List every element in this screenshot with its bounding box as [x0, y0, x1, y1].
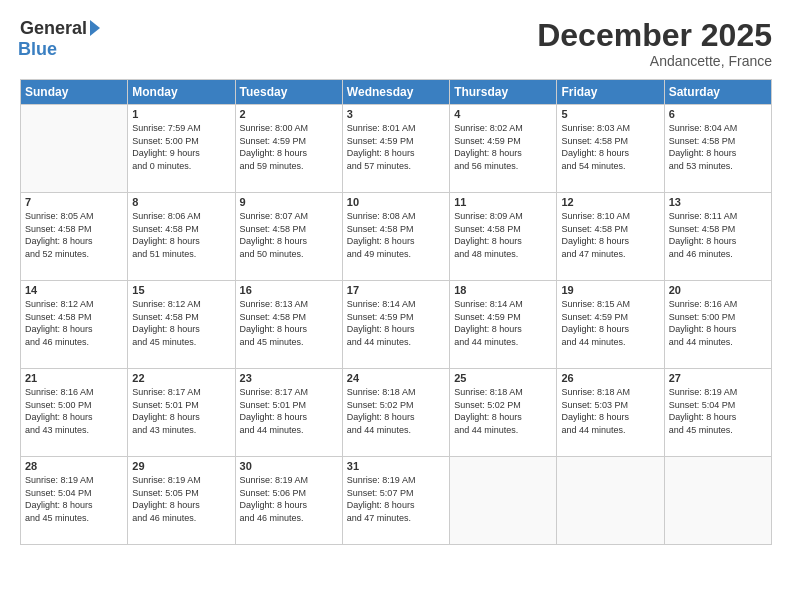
calendar-cell: 7Sunrise: 8:05 AMSunset: 4:58 PMDaylight… [21, 193, 128, 281]
day-info: Sunrise: 8:12 AMSunset: 4:58 PMDaylight:… [25, 298, 123, 348]
header-monday: Monday [128, 80, 235, 105]
calendar-cell: 19Sunrise: 8:15 AMSunset: 4:59 PMDayligh… [557, 281, 664, 369]
day-number: 20 [669, 284, 767, 296]
calendar-cell: 15Sunrise: 8:12 AMSunset: 4:58 PMDayligh… [128, 281, 235, 369]
calendar-cell: 30Sunrise: 8:19 AMSunset: 5:06 PMDayligh… [235, 457, 342, 545]
day-number: 29 [132, 460, 230, 472]
day-number: 24 [347, 372, 445, 384]
day-number: 30 [240, 460, 338, 472]
day-info: Sunrise: 8:17 AMSunset: 5:01 PMDaylight:… [132, 386, 230, 436]
calendar-week-row: 1Sunrise: 7:59 AMSunset: 5:00 PMDaylight… [21, 105, 772, 193]
calendar-table: Sunday Monday Tuesday Wednesday Thursday… [20, 79, 772, 545]
day-number: 15 [132, 284, 230, 296]
calendar-cell: 6Sunrise: 8:04 AMSunset: 4:58 PMDaylight… [664, 105, 771, 193]
calendar-cell: 23Sunrise: 8:17 AMSunset: 5:01 PMDayligh… [235, 369, 342, 457]
logo-general-text: General [20, 18, 87, 39]
calendar-week-row: 14Sunrise: 8:12 AMSunset: 4:58 PMDayligh… [21, 281, 772, 369]
calendar-week-row: 7Sunrise: 8:05 AMSunset: 4:58 PMDaylight… [21, 193, 772, 281]
day-info: Sunrise: 8:07 AMSunset: 4:58 PMDaylight:… [240, 210, 338, 260]
location: Andancette, France [537, 53, 772, 69]
day-number: 13 [669, 196, 767, 208]
day-number: 12 [561, 196, 659, 208]
day-number: 27 [669, 372, 767, 384]
day-number: 2 [240, 108, 338, 120]
day-number: 22 [132, 372, 230, 384]
calendar-cell: 14Sunrise: 8:12 AMSunset: 4:58 PMDayligh… [21, 281, 128, 369]
day-number: 21 [25, 372, 123, 384]
calendar-cell: 11Sunrise: 8:09 AMSunset: 4:58 PMDayligh… [450, 193, 557, 281]
calendar-cell: 21Sunrise: 8:16 AMSunset: 5:00 PMDayligh… [21, 369, 128, 457]
calendar-cell [664, 457, 771, 545]
day-number: 6 [669, 108, 767, 120]
logo: General Blue [20, 18, 100, 60]
calendar-cell: 20Sunrise: 8:16 AMSunset: 5:00 PMDayligh… [664, 281, 771, 369]
day-number: 31 [347, 460, 445, 472]
calendar-cell: 4Sunrise: 8:02 AMSunset: 4:59 PMDaylight… [450, 105, 557, 193]
calendar-cell: 13Sunrise: 8:11 AMSunset: 4:58 PMDayligh… [664, 193, 771, 281]
day-info: Sunrise: 8:01 AMSunset: 4:59 PMDaylight:… [347, 122, 445, 172]
calendar-cell: 27Sunrise: 8:19 AMSunset: 5:04 PMDayligh… [664, 369, 771, 457]
header-wednesday: Wednesday [342, 80, 449, 105]
day-number: 25 [454, 372, 552, 384]
calendar-cell: 10Sunrise: 8:08 AMSunset: 4:58 PMDayligh… [342, 193, 449, 281]
day-info: Sunrise: 8:19 AMSunset: 5:06 PMDaylight:… [240, 474, 338, 524]
day-number: 26 [561, 372, 659, 384]
day-number: 16 [240, 284, 338, 296]
header-sunday: Sunday [21, 80, 128, 105]
day-info: Sunrise: 8:19 AMSunset: 5:04 PMDaylight:… [669, 386, 767, 436]
calendar-week-row: 28Sunrise: 8:19 AMSunset: 5:04 PMDayligh… [21, 457, 772, 545]
day-info: Sunrise: 8:16 AMSunset: 5:00 PMDaylight:… [669, 298, 767, 348]
calendar-cell: 8Sunrise: 8:06 AMSunset: 4:58 PMDaylight… [128, 193, 235, 281]
calendar-cell: 28Sunrise: 8:19 AMSunset: 5:04 PMDayligh… [21, 457, 128, 545]
day-number: 14 [25, 284, 123, 296]
day-info: Sunrise: 8:06 AMSunset: 4:58 PMDaylight:… [132, 210, 230, 260]
day-info: Sunrise: 8:12 AMSunset: 4:58 PMDaylight:… [132, 298, 230, 348]
day-info: Sunrise: 8:16 AMSunset: 5:00 PMDaylight:… [25, 386, 123, 436]
day-number: 4 [454, 108, 552, 120]
day-info: Sunrise: 8:18 AMSunset: 5:03 PMDaylight:… [561, 386, 659, 436]
calendar-cell: 22Sunrise: 8:17 AMSunset: 5:01 PMDayligh… [128, 369, 235, 457]
day-info: Sunrise: 8:19 AMSunset: 5:04 PMDaylight:… [25, 474, 123, 524]
day-number: 18 [454, 284, 552, 296]
day-number: 7 [25, 196, 123, 208]
header: General Blue December 2025 Andancette, F… [20, 18, 772, 69]
calendar-cell: 9Sunrise: 8:07 AMSunset: 4:58 PMDaylight… [235, 193, 342, 281]
page: General Blue December 2025 Andancette, F… [0, 0, 792, 612]
day-number: 17 [347, 284, 445, 296]
month-title: December 2025 [537, 18, 772, 53]
calendar-cell: 17Sunrise: 8:14 AMSunset: 4:59 PMDayligh… [342, 281, 449, 369]
day-number: 19 [561, 284, 659, 296]
calendar-cell: 26Sunrise: 8:18 AMSunset: 5:03 PMDayligh… [557, 369, 664, 457]
logo-arrow-icon [90, 20, 100, 36]
day-info: Sunrise: 7:59 AMSunset: 5:00 PMDaylight:… [132, 122, 230, 172]
calendar-cell: 1Sunrise: 7:59 AMSunset: 5:00 PMDaylight… [128, 105, 235, 193]
calendar-cell: 12Sunrise: 8:10 AMSunset: 4:58 PMDayligh… [557, 193, 664, 281]
calendar-cell: 25Sunrise: 8:18 AMSunset: 5:02 PMDayligh… [450, 369, 557, 457]
day-info: Sunrise: 8:14 AMSunset: 4:59 PMDaylight:… [454, 298, 552, 348]
day-number: 5 [561, 108, 659, 120]
day-info: Sunrise: 8:17 AMSunset: 5:01 PMDaylight:… [240, 386, 338, 436]
day-info: Sunrise: 8:11 AMSunset: 4:58 PMDaylight:… [669, 210, 767, 260]
day-number: 28 [25, 460, 123, 472]
calendar-cell: 5Sunrise: 8:03 AMSunset: 4:58 PMDaylight… [557, 105, 664, 193]
day-info: Sunrise: 8:19 AMSunset: 5:07 PMDaylight:… [347, 474, 445, 524]
day-info: Sunrise: 8:03 AMSunset: 4:58 PMDaylight:… [561, 122, 659, 172]
day-info: Sunrise: 8:04 AMSunset: 4:58 PMDaylight:… [669, 122, 767, 172]
calendar-cell [450, 457, 557, 545]
header-tuesday: Tuesday [235, 80, 342, 105]
day-info: Sunrise: 8:00 AMSunset: 4:59 PMDaylight:… [240, 122, 338, 172]
day-info: Sunrise: 8:15 AMSunset: 4:59 PMDaylight:… [561, 298, 659, 348]
header-saturday: Saturday [664, 80, 771, 105]
day-number: 8 [132, 196, 230, 208]
day-number: 9 [240, 196, 338, 208]
calendar-cell: 3Sunrise: 8:01 AMSunset: 4:59 PMDaylight… [342, 105, 449, 193]
day-number: 1 [132, 108, 230, 120]
day-number: 3 [347, 108, 445, 120]
calendar-header-row: Sunday Monday Tuesday Wednesday Thursday… [21, 80, 772, 105]
day-number: 11 [454, 196, 552, 208]
calendar-cell [21, 105, 128, 193]
calendar-cell: 16Sunrise: 8:13 AMSunset: 4:58 PMDayligh… [235, 281, 342, 369]
day-info: Sunrise: 8:05 AMSunset: 4:58 PMDaylight:… [25, 210, 123, 260]
calendar-cell: 2Sunrise: 8:00 AMSunset: 4:59 PMDaylight… [235, 105, 342, 193]
day-info: Sunrise: 8:14 AMSunset: 4:59 PMDaylight:… [347, 298, 445, 348]
